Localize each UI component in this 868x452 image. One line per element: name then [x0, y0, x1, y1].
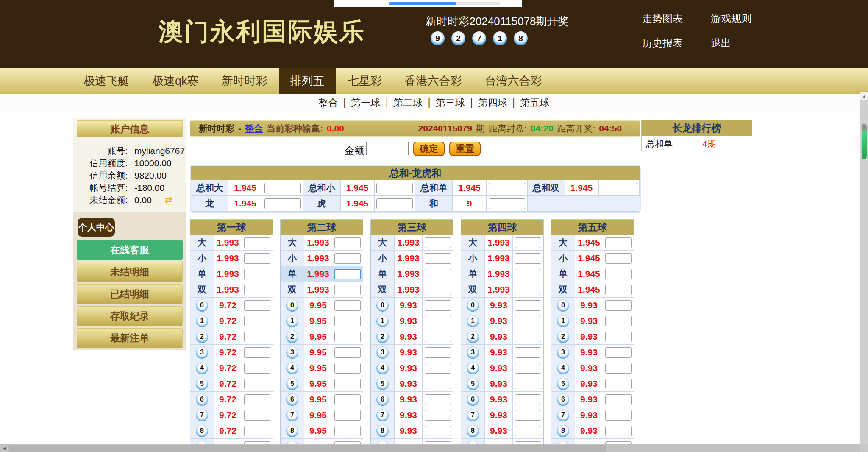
reset-button[interactable]: 重置	[449, 142, 481, 156]
bet-amount-input[interactable]	[334, 237, 361, 248]
bet-amount-input[interactable]	[425, 379, 451, 389]
amount-input[interactable]	[366, 142, 409, 155]
bet-amount-input[interactable]	[244, 394, 270, 405]
sidebar-button-5[interactable]: 最新注单	[77, 328, 183, 348]
bet-amount-input[interactable]	[605, 394, 632, 405]
bet-amount-input[interactable]	[334, 300, 361, 311]
bet-amount-input[interactable]	[605, 426, 632, 436]
vertical-scrollbar[interactable]: ▲	[860, 92, 868, 444]
bet-amount-input[interactable]	[425, 426, 451, 436]
bet-amount-input[interactable]	[334, 285, 361, 295]
bet-amount-input[interactable]	[244, 269, 270, 279]
bet-amount-input[interactable]	[425, 332, 451, 342]
bet-amount-input[interactable]	[605, 347, 632, 358]
bet-amount-input[interactable]	[244, 316, 270, 326]
bet-amount-input[interactable]	[515, 394, 541, 405]
subnav-item-4[interactable]: 第三球	[433, 97, 467, 108]
horizontal-scrollbar[interactable]: ◀	[0, 444, 868, 452]
bet-amount-input[interactable]	[376, 198, 413, 209]
bet-amount-input[interactable]	[264, 183, 301, 193]
bet-amount-input[interactable]	[605, 269, 632, 279]
subnav-item-3[interactable]: 第二球	[391, 97, 425, 108]
bet-amount-input[interactable]	[334, 394, 361, 405]
bet-amount-input[interactable]	[515, 379, 541, 389]
bet-amount-input[interactable]	[334, 253, 361, 264]
sidebar-button-3[interactable]: 已结明细	[77, 284, 183, 304]
bet-amount-input[interactable]	[425, 347, 451, 358]
bet-amount-input[interactable]	[244, 332, 270, 342]
bet-amount-input[interactable]	[244, 253, 270, 264]
bet-amount-input[interactable]	[334, 332, 361, 342]
bet-amount-input[interactable]	[425, 394, 451, 405]
bet-amount-input[interactable]	[425, 410, 451, 421]
bet-amount-input[interactable]	[515, 300, 541, 311]
bet-amount-input[interactable]	[334, 379, 361, 389]
bet-amount-input[interactable]	[244, 426, 270, 436]
sidebar-button-4[interactable]: 存取纪录	[77, 306, 183, 326]
nav-item-3[interactable]: 新时时彩	[210, 68, 279, 94]
bet-amount-input[interactable]	[515, 347, 541, 358]
bet-amount-input[interactable]	[515, 269, 541, 279]
nav-item-5[interactable]: 七星彩	[336, 68, 393, 94]
bet-amount-input[interactable]	[244, 410, 270, 421]
bet-amount-input[interactable]	[489, 183, 525, 193]
personal-center-button[interactable]: 个人中心	[78, 218, 115, 237]
bet-amount-input[interactable]	[425, 269, 451, 279]
bet-amount-input[interactable]	[334, 363, 361, 374]
confirm-button[interactable]: 确定	[413, 142, 445, 156]
bet-amount-input[interactable]	[515, 332, 541, 342]
bet-amount-input[interactable]	[425, 285, 451, 295]
bet-amount-input[interactable]	[515, 237, 541, 248]
bet-amount-input[interactable]	[515, 316, 541, 326]
bet-amount-input[interactable]	[244, 363, 270, 374]
bet-amount-input[interactable]	[244, 347, 270, 358]
refresh-icon[interactable]: ⇄	[165, 195, 172, 206]
bet-amount-input[interactable]	[605, 332, 632, 342]
bet-amount-input[interactable]	[264, 198, 301, 209]
scroll-up-arrow-icon[interactable]: ▲	[860, 92, 868, 100]
bet-amount-input[interactable]	[605, 316, 632, 326]
nav-item-7[interactable]: 台湾六合彩	[473, 68, 554, 94]
mode-link[interactable]: 整合	[245, 123, 263, 134]
bet-amount-input[interactable]	[601, 183, 637, 193]
bet-amount-input[interactable]	[425, 316, 451, 326]
nav-item-2[interactable]: 极速qk赛	[141, 68, 210, 94]
link-history-report[interactable]: 历史报表	[642, 36, 683, 50]
bet-amount-input[interactable]	[515, 363, 541, 374]
bet-amount-input[interactable]	[334, 269, 361, 279]
bet-amount-input[interactable]	[244, 300, 270, 311]
bet-amount-input[interactable]	[605, 237, 632, 248]
bet-amount-input[interactable]	[244, 379, 270, 389]
bet-amount-input[interactable]	[515, 426, 541, 436]
nav-item-1[interactable]: 极速飞艇	[72, 68, 141, 94]
nav-item-6[interactable]: 香港六合彩	[393, 68, 473, 94]
scroll-left-arrow-icon[interactable]: ◀	[0, 444, 8, 452]
bet-amount-input[interactable]	[376, 183, 413, 193]
bet-amount-input[interactable]	[334, 316, 361, 326]
sidebar-button-2[interactable]: 未结明细	[77, 262, 183, 282]
bet-amount-input[interactable]	[334, 426, 361, 436]
bet-amount-input[interactable]	[244, 285, 270, 295]
link-game-rules[interactable]: 游戏规则	[711, 12, 751, 25]
bet-amount-input[interactable]	[605, 379, 632, 389]
link-logout[interactable]: 退出	[711, 36, 731, 50]
media-progress-track[interactable]	[389, 2, 500, 5]
bet-amount-input[interactable]	[515, 253, 541, 264]
bet-amount-input[interactable]	[605, 285, 632, 295]
sidebar-button-1[interactable]: 在线客服	[77, 240, 183, 260]
bet-amount-input[interactable]	[425, 363, 451, 374]
bet-amount-input[interactable]	[334, 410, 361, 421]
bet-amount-input[interactable]	[605, 410, 632, 421]
subnav-item-1[interactable]: 整合	[316, 97, 341, 108]
bet-amount-input[interactable]	[489, 198, 525, 209]
bet-amount-input[interactable]	[605, 253, 632, 264]
bet-amount-input[interactable]	[515, 285, 541, 295]
bet-amount-input[interactable]	[605, 363, 632, 374]
nav-item-4[interactable]: 排列五	[279, 68, 336, 94]
bet-amount-input[interactable]	[425, 253, 451, 264]
bet-amount-input[interactable]	[605, 300, 632, 311]
bet-amount-input[interactable]	[334, 347, 361, 358]
bet-amount-input[interactable]	[425, 300, 451, 311]
bet-amount-input[interactable]	[515, 410, 541, 421]
subnav-item-2[interactable]: 第一球	[348, 97, 383, 108]
